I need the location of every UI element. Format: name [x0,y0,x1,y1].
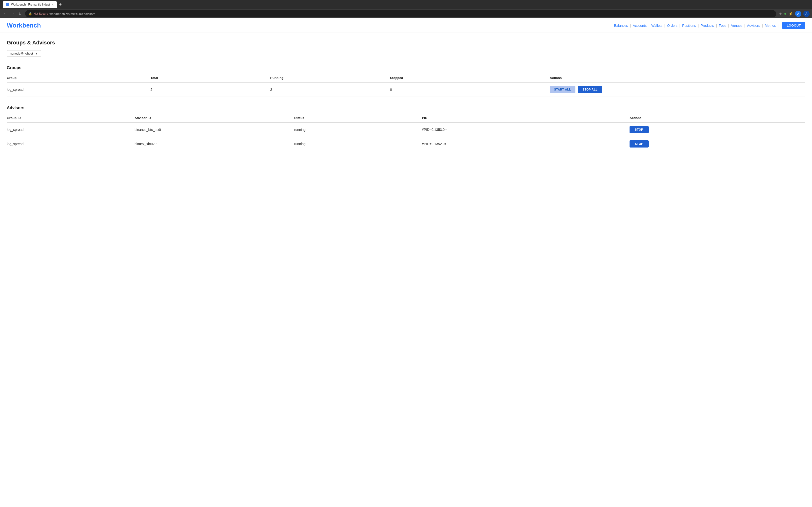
address-bar-row: ← → ↻ 🔒 Not Secure workbench.lvh.me:4000… [0,9,812,18]
groups-table: Group Total Running Stopped Actions log_… [7,74,805,97]
advisor-status: running [294,122,422,137]
nav-sep-3: | [664,24,665,27]
stop-button-2[interactable]: STOP [629,140,648,148]
browser-chrome: Workbench · Fremantle Indust × + [0,0,812,9]
nav-wallets[interactable]: Wallets [651,24,663,27]
groups-col-actions: Actions [550,74,805,82]
nav-sep-4: | [679,24,680,27]
start-all-button[interactable]: START ALL [550,86,575,93]
group-running: 2 [270,82,390,97]
browser-tab[interactable]: Workbench · Fremantle Indust × [3,1,57,8]
advisors-col-pid: PID [422,114,629,122]
advisors-col-groupid: Group ID [7,114,135,122]
group-actions: START ALL STOP ALL [550,82,805,97]
table-row: log_spread binance_btc_usdt running #PID… [7,122,805,137]
advisor-group-id: log_spread [7,137,135,151]
stop-button-1[interactable]: STOP [629,126,648,133]
advisors-col-actions: Actions [629,114,805,122]
address-bar[interactable]: 🔒 Not Secure workbench.lvh.me:4000/advis… [25,10,776,17]
stop-all-button[interactable]: STOP ALL [578,86,602,93]
table-row: log_spread 2 2 0 START ALL STOP ALL [7,82,805,97]
reload-button[interactable]: ↻ [17,11,23,17]
advisors-table: Group ID Advisor ID Status PID Actions l… [7,114,805,151]
advisors-section-title: Advisors [7,106,805,110]
nav-accounts[interactable]: Accounts [632,24,647,27]
forward-button[interactable]: → [10,11,15,17]
advisor-group-id: log_spread [7,122,135,137]
tab-title: Workbench · Fremantle Indust [11,3,50,6]
url-text: workbench.lvh.me:4000/advisors [50,12,95,16]
groups-section-title: Groups [7,65,805,70]
table-row: log_spread bitmex_xbtu20 running #PID<0.… [7,137,805,151]
groups-col-total: Total [151,74,270,82]
nav-metrics[interactable]: Metrics [764,24,776,27]
not-secure-label: Not Secure [34,12,48,15]
nav-venues[interactable]: Venues [730,24,743,27]
page-title: Groups & Advisors [7,40,805,46]
extension-icon[interactable]: ● [784,12,786,16]
advisor-actions: STOP [629,122,805,137]
tab-favicon [6,3,9,6]
nav-sep-5: | [698,24,699,27]
groups-col-running: Running [270,74,390,82]
advisor-id: bitmex_xbtu20 [135,137,294,151]
group-total: 2 [151,82,270,97]
advisors-section: Advisors Group ID Advisor ID Status PID … [7,106,805,151]
app-header: Workbench Balances | Accounts | Wallets … [0,18,812,33]
nav-advisors[interactable]: Advisors [747,24,761,27]
advisor-actions: STOP [629,137,805,151]
nav-sep-8: | [744,24,745,27]
nav-links: Balances | Accounts | Wallets | Orders |… [614,22,805,29]
group-stopped: 0 [390,82,550,97]
new-tab-button[interactable]: + [59,2,62,7]
profile-icon[interactable]: ⚡ [788,12,793,16]
browser-toolbar-actions: ★ ● ⚡ A A [779,11,810,17]
logout-button[interactable]: LOGOUT [782,22,805,29]
tab-close-button[interactable]: × [52,3,54,6]
account-avatar[interactable]: A [803,11,810,17]
page-content: Groups & Advisors nonode@nohost ▼ Groups… [0,33,812,161]
dropdown-arrow-icon: ▼ [35,52,38,55]
node-dropdown[interactable]: nonode@nohost ▼ [7,50,41,57]
groups-col-stopped: Stopped [390,74,550,82]
nav-sep-10: | [778,24,779,27]
group-name: log_spread [7,82,151,97]
nav-products[interactable]: Products [700,24,714,27]
advisors-col-status: Status [294,114,422,122]
star-icon[interactable]: ★ [779,12,782,16]
nav-orders[interactable]: Orders [666,24,678,27]
user-avatar[interactable]: A [795,11,801,17]
nav-sep-1: | [630,24,631,27]
node-dropdown-value: nonode@nohost [10,52,33,55]
nav-balances[interactable]: Balances [614,24,628,27]
advisor-status: running [294,137,422,151]
nav-sep-6: | [716,24,717,27]
nav-positions[interactable]: Positions [682,24,697,27]
nav-fees[interactable]: Fees [718,24,727,27]
advisor-id: binance_btc_usdt [135,122,294,137]
advisor-pid: #PID<0.1353.0> [422,122,629,137]
nav-sep-2: | [649,24,650,27]
app-logo[interactable]: Workbench [7,22,41,29]
groups-section: Groups Group Total Running Stopped Actio… [7,65,805,97]
nav-sep-9: | [762,24,763,27]
back-button[interactable]: ← [2,11,8,17]
nav-sep-7: | [728,24,729,27]
groups-col-group: Group [7,74,151,82]
advisors-col-advisorid: Advisor ID [135,114,294,122]
security-icon: 🔒 [29,12,32,15]
advisor-pid: #PID<0.1352.0> [422,137,629,151]
